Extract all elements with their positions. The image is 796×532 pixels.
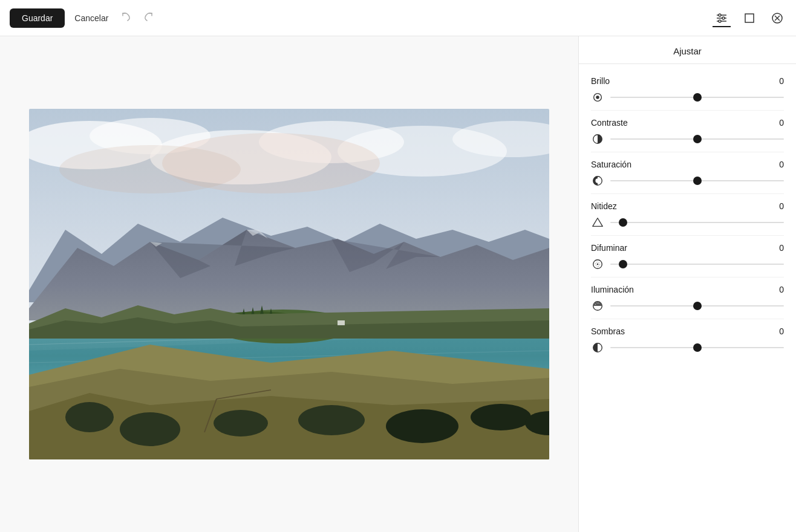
- brillo-control: [591, 91, 784, 104]
- svg-marker-55: [593, 218, 602, 227]
- cancel-button[interactable]: Cancelar: [74, 13, 108, 23]
- contraste-adjustment: Contraste 0: [591, 111, 784, 152]
- nitidez-value: 0: [779, 201, 784, 211]
- difuminar-slider[interactable]: [610, 264, 784, 265]
- sombras-control: [591, 341, 784, 354]
- topbar: Guardar Cancelar: [0, 0, 796, 36]
- nitidez-label: Nitidez: [591, 201, 617, 211]
- brillo-value: 0: [779, 76, 784, 86]
- undo-icon: [120, 11, 132, 23]
- brillo-slider[interactable]: [610, 97, 784, 98]
- svg-rect-6: [745, 14, 754, 22]
- adjust-panel-button[interactable]: [713, 9, 731, 27]
- contraste-control: [591, 132, 784, 146]
- nitidez-header: Nitidez 0: [591, 201, 784, 211]
- sombras-header: Sombras 0: [591, 326, 784, 336]
- sombras-label: Sombras: [591, 326, 625, 336]
- canvas-area: [0, 36, 578, 532]
- svg-rect-50: [338, 320, 345, 325]
- sombras-adjustment: Sombras 0: [591, 319, 784, 360]
- undo-button[interactable]: [118, 8, 135, 28]
- brightness-icon: [591, 91, 604, 104]
- saturacion-control: [591, 174, 784, 187]
- sharpness-icon: [591, 216, 604, 229]
- sliders-icon: [715, 11, 728, 25]
- iluminacion-control: [591, 299, 784, 313]
- saturacion-slider[interactable]: [610, 180, 784, 181]
- landscape-photo: [29, 109, 549, 459]
- save-button[interactable]: Guardar: [10, 8, 65, 28]
- redo-icon: [142, 11, 154, 23]
- crop-button[interactable]: [740, 9, 758, 27]
- difuminar-label: Difuminar: [591, 243, 627, 253]
- nitidez-adjustment: Nitidez 0: [591, 194, 784, 236]
- history-controls: [118, 8, 157, 28]
- contraste-slider[interactable]: [610, 138, 784, 140]
- adjustments-list: Brillo 0 Contraste 0: [579, 64, 796, 365]
- brillo-adjustment: Brillo 0: [591, 69, 784, 111]
- saturation-icon: [591, 174, 604, 187]
- svg-point-5: [719, 20, 721, 22]
- iluminacion-header: Iluminación 0: [591, 285, 784, 294]
- contrast-icon: [591, 132, 604, 146]
- contraste-value: 0: [779, 118, 784, 128]
- saturacion-header: Saturación 0: [591, 160, 784, 169]
- iluminacion-adjustment: Iluminación 0: [591, 277, 784, 319]
- brillo-header: Brillo 0: [591, 76, 784, 86]
- svg-point-52: [596, 96, 599, 99]
- sombras-value: 0: [779, 326, 784, 336]
- highlight-icon: [591, 299, 604, 313]
- svg-point-43: [214, 410, 268, 436]
- svg-point-4: [722, 17, 725, 19]
- shadow-icon: [591, 341, 604, 354]
- difuminar-control: [591, 258, 784, 271]
- cancel-circle-button[interactable]: [768, 9, 786, 27]
- redo-button[interactable]: [140, 8, 157, 28]
- iluminacion-value: 0: [779, 285, 784, 294]
- panel-title: Ajustar: [579, 36, 796, 64]
- main-area: Ajustar Brillo 0: [0, 36, 796, 532]
- cancel-icon: [771, 11, 784, 25]
- svg-point-46: [471, 404, 531, 430]
- crop-icon: [743, 11, 756, 25]
- blur-icon: [591, 258, 604, 271]
- svg-point-58: [597, 264, 599, 265]
- sombras-slider[interactable]: [610, 347, 784, 348]
- svg-point-42: [120, 412, 180, 446]
- svg-point-18: [59, 145, 241, 193]
- nitidez-control: [591, 216, 784, 229]
- difuminar-adjustment: Difuminar 0: [591, 236, 784, 277]
- svg-point-3: [719, 14, 721, 16]
- saturacion-adjustment: Saturación 0: [591, 152, 784, 194]
- topbar-right-icons: [713, 9, 786, 27]
- right-panel: Ajustar Brillo 0: [578, 36, 796, 532]
- saturacion-value: 0: [779, 160, 784, 169]
- iluminacion-slider[interactable]: [610, 305, 784, 307]
- brillo-label: Brillo: [591, 76, 610, 86]
- nitidez-slider[interactable]: [610, 222, 784, 223]
- svg-point-45: [386, 409, 458, 443]
- contraste-label: Contraste: [591, 118, 628, 128]
- photo-canvas: [29, 109, 549, 459]
- contraste-header: Contraste 0: [591, 118, 784, 128]
- difuminar-value: 0: [779, 243, 784, 253]
- svg-point-44: [298, 405, 365, 435]
- difuminar-header: Difuminar 0: [591, 243, 784, 253]
- saturacion-label: Saturación: [591, 160, 631, 169]
- iluminacion-label: Iluminación: [591, 285, 634, 294]
- svg-point-41: [65, 402, 114, 432]
